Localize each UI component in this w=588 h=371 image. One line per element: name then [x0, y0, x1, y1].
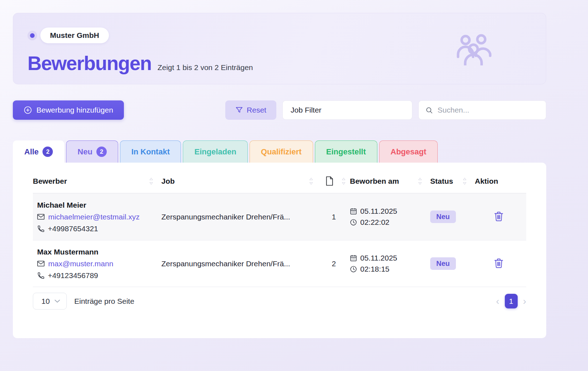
- trash-icon: [494, 211, 503, 222]
- applied-time: 02:18:15: [360, 265, 390, 273]
- column-header-beworben-am[interactable]: Beworben am: [350, 176, 430, 186]
- applicant-email-link[interactable]: michaelmeier@testmail.xyz: [48, 213, 140, 221]
- filter-icon: [235, 106, 243, 114]
- column-header-status[interactable]: Status: [430, 176, 475, 186]
- tab-in-kontakt[interactable]: In Kontakt: [120, 140, 181, 163]
- column-header-job[interactable]: Job: [161, 176, 321, 186]
- document-icon: [326, 176, 333, 186]
- applicant-name: Michael Meier: [37, 201, 158, 209]
- per-page-label: Einträge pro Seite: [74, 297, 134, 306]
- documents-count: 1: [321, 213, 350, 221]
- applied-date: 05.11.2025: [360, 254, 397, 262]
- job-title: Zerspanungsmechaniker Drehen/Frä...: [161, 259, 321, 268]
- sort-arrows-icon[interactable]: [149, 177, 154, 186]
- per-page-select[interactable]: 10: [33, 293, 67, 310]
- sort-arrows-icon[interactable]: [462, 177, 467, 186]
- clock-icon: [350, 266, 357, 273]
- search-icon: [426, 106, 433, 114]
- applicant-email-link[interactable]: max@muster.mann: [48, 259, 113, 268]
- chevron-down-icon: [54, 299, 60, 303]
- job-filter-value[interactable]: [291, 106, 404, 114]
- delete-application-button[interactable]: [493, 210, 505, 224]
- job-filter-select[interactable]: [282, 100, 412, 120]
- company-badge: Muster GmbH: [40, 28, 109, 43]
- sort-arrows-icon[interactable]: [309, 177, 313, 186]
- sort-arrows-icon[interactable]: [418, 177, 422, 186]
- prev-page-button[interactable]: ‹: [496, 296, 499, 306]
- applicant-phone: +49123456789: [48, 271, 98, 280]
- tab-qualifiziert[interactable]: Qualifiziert: [250, 140, 313, 163]
- tab-alle-count-badge: 2: [42, 147, 53, 157]
- calendar-icon: [350, 208, 357, 215]
- tab-neu[interactable]: Neu 2: [66, 140, 118, 163]
- page-header-card: Muster GmbH Bewerbungen Zeigt 1 bis 2 vo…: [13, 13, 546, 84]
- tab-neu-count-badge: 2: [96, 147, 107, 157]
- toolbar: Bewerbung hinzufügen Reset: [13, 100, 546, 120]
- job-title: Zerspanungsmechaniker Drehen/Frä...: [161, 213, 321, 221]
- plus-circle-icon: [24, 106, 32, 114]
- pagination-bar: 10 Einträge pro Seite ‹ 1 ›: [33, 293, 526, 310]
- tab-eingeladen[interactable]: Eingeladen: [183, 140, 247, 163]
- mail-icon: [37, 261, 45, 267]
- entries-summary: Zeigt 1 bis 2 von 2 Einträgen: [157, 63, 253, 72]
- trash-icon: [494, 258, 503, 268]
- clock-icon: [350, 219, 357, 226]
- page-title: Bewerbungen: [27, 52, 151, 75]
- status-tabs: Alle 2 Neu 2 In Kontakt Eingeladen Quali…: [13, 140, 546, 163]
- next-page-button[interactable]: ›: [523, 296, 526, 306]
- column-header-bewerber[interactable]: Bewerber: [33, 176, 161, 186]
- phone-icon: [37, 225, 44, 232]
- calendar-icon: [350, 254, 357, 262]
- search-input[interactable]: [438, 106, 539, 114]
- current-page-button[interactable]: 1: [505, 294, 518, 308]
- delete-application-button[interactable]: [493, 257, 505, 271]
- tab-alle[interactable]: Alle 2: [13, 140, 64, 163]
- add-application-button[interactable]: Bewerbung hinzufügen: [13, 100, 124, 120]
- tab-abgesagt[interactable]: Abgesagt: [379, 140, 438, 163]
- table-row: Max Mustermann max@muster.mann +49123456…: [33, 240, 526, 287]
- column-header-aktion: Aktion: [475, 176, 526, 186]
- applicant-phone: +49987654321: [48, 224, 98, 233]
- sort-arrows-icon[interactable]: [341, 177, 346, 186]
- search-box[interactable]: [418, 100, 546, 120]
- table-row: Michael Meier michaelmeier@testmail.xyz …: [33, 193, 526, 240]
- tab-eingestellt[interactable]: Eingestellt: [315, 140, 377, 163]
- users-group-icon: [456, 34, 492, 65]
- applications-table-card: Bewerber Job Beworben am Status Aktion: [13, 163, 546, 338]
- company-status-dot: [27, 31, 37, 40]
- phone-icon: [37, 272, 44, 279]
- table-header-row: Bewerber Job Beworben am Status Aktion: [33, 176, 526, 193]
- applied-date: 05.11.2025: [360, 207, 397, 216]
- applied-time: 02:22:02: [360, 218, 390, 227]
- documents-count: 2: [321, 259, 350, 268]
- reset-filters-button[interactable]: Reset: [225, 100, 276, 120]
- status-badge: Neu: [430, 211, 456, 223]
- mail-icon: [37, 214, 45, 220]
- status-badge: Neu: [430, 257, 456, 270]
- column-header-documents[interactable]: [321, 176, 350, 186]
- applicant-name: Max Mustermann: [37, 248, 158, 256]
